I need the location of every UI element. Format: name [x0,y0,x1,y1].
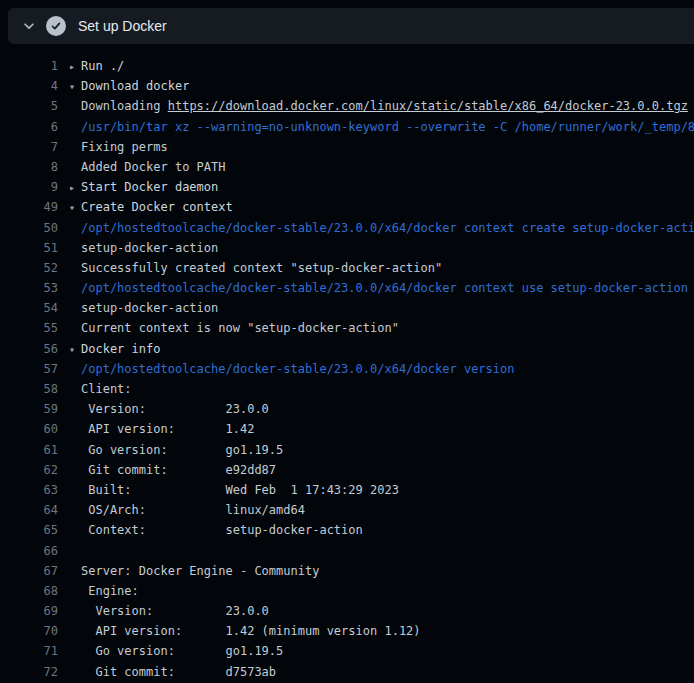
line-number[interactable]: 7 [0,137,58,157]
toggle-slot: ▸ [58,177,81,197]
line-number[interactable]: 62 [0,460,58,480]
line-number[interactable]: 53 [0,278,58,298]
log-group-row[interactable]: 56 ▾ Docker info [0,339,694,359]
line-number[interactable]: 60 [0,419,58,439]
line-number[interactable]: 1 [0,56,58,76]
line-number[interactable]: 58 [0,379,58,399]
log-group-row[interactable]: 49 ▾ Create Docker context [0,197,694,217]
log-text: Engine: [81,581,139,601]
triangle-right-icon[interactable]: ▸ [69,182,75,193]
log-group-title[interactable]: Download docker [81,76,189,96]
line-number[interactable]: 6 [0,117,58,137]
log-text: Version: 23.0.0 [81,601,269,621]
line-number[interactable]: 5 [0,96,58,116]
triangle-down-icon[interactable]: ▾ [69,344,75,355]
log-line: 60 API version: 1.42 [0,419,694,439]
log-command: /opt/hostedtoolcache/docker-stable/23.0.… [81,278,688,298]
line-number[interactable]: 50 [0,218,58,238]
download-url-link[interactable]: https://download.docker.com/linux/static… [168,99,688,113]
log-group-row[interactable]: 4 ▾ Download docker [0,76,694,96]
log-line: 61 Go version: go1.19.5 [0,440,694,460]
log-group-title[interactable]: Docker info [81,339,160,359]
log-line: 51 setup-docker-action [0,238,694,258]
line-number[interactable]: 54 [0,298,58,318]
chevron-down-icon[interactable] [21,18,37,34]
log-group-title[interactable]: Run ./ [81,56,124,76]
log-line: 54 setup-docker-action [0,298,694,318]
log-line: 71 Go version: go1.19.5 [0,641,694,661]
step-header[interactable]: Set up Docker [8,8,694,44]
triangle-down-icon[interactable]: ▾ [69,202,75,213]
log-text: Fixing perms [81,137,168,157]
line-number[interactable]: 66 [0,541,58,561]
toggle-slot [58,298,81,318]
log-text: Go version: go1.19.5 [81,440,283,460]
line-number[interactable]: 65 [0,520,58,540]
triangle-right-icon[interactable]: ▸ [69,61,75,72]
log-group-title[interactable]: Create Docker context [81,197,233,217]
log-line: 7 Fixing perms [0,137,694,157]
line-number[interactable]: 4 [0,76,58,96]
log-line: 72 Git commit: d7573ab [0,662,694,682]
line-number[interactable]: 69 [0,601,58,621]
line-number[interactable]: 64 [0,500,58,520]
log-line: 66 [0,541,694,561]
toggle-slot [58,621,81,641]
check-circle-icon [46,16,66,36]
log-text: Successfully created context "setup-dock… [81,258,442,278]
toggle-slot [58,359,81,379]
log-command: /opt/hostedtoolcache/docker-stable/23.0.… [81,218,694,238]
toggle-slot [58,379,81,399]
log-text: API version: 1.42 [81,419,254,439]
line-number[interactable]: 68 [0,581,58,601]
line-number[interactable]: 71 [0,641,58,661]
log-group-title[interactable]: Start Docker daemon [81,177,218,197]
line-number[interactable]: 9 [0,177,58,197]
toggle-slot: ▸ [58,56,81,76]
line-number[interactable]: 61 [0,440,58,460]
log-text: API version: 1.42 (minimum version 1.12) [81,621,421,641]
toggle-slot [58,218,81,238]
step-title: Set up Docker [78,18,167,34]
log-text: Context: setup-docker-action [81,520,363,540]
log-line: 6 /usr/bin/tar xz --warning=no-unknown-k… [0,117,694,137]
log-text: Client: [81,379,132,399]
triangle-down-icon[interactable]: ▾ [69,81,75,92]
log-line: 8 Added Docker to PATH [0,157,694,177]
log-line: 52 Successfully created context "setup-d… [0,258,694,278]
log-text: Git commit: e92dd87 [81,460,276,480]
line-number[interactable]: 51 [0,238,58,258]
log-group-row[interactable]: 1 ▸ Run ./ [0,56,694,76]
line-number[interactable]: 52 [0,258,58,278]
log-line: 69 Version: 23.0.0 [0,601,694,621]
line-number[interactable]: 56 [0,339,58,359]
line-number[interactable]: 72 [0,662,58,682]
log-line: 62 Git commit: e92dd87 [0,460,694,480]
log-text: Version: 23.0.0 [81,399,269,419]
log-line: 53 /opt/hostedtoolcache/docker-stable/23… [0,278,694,298]
toggle-slot [58,641,81,661]
line-number[interactable]: 49 [0,197,58,217]
toggle-slot [58,520,81,540]
toggle-slot [58,117,81,137]
log-line: 67 Server: Docker Engine - Community [0,561,694,581]
line-number[interactable]: 67 [0,561,58,581]
line-number[interactable]: 8 [0,157,58,177]
log-text: setup-docker-action [81,298,218,318]
line-number[interactable]: 63 [0,480,58,500]
toggle-slot [58,157,81,177]
line-number[interactable]: 70 [0,621,58,641]
log-panel: 1 ▸ Run ./ 4 ▾ Download docker 5 Downloa… [0,44,694,682]
toggle-slot: ▾ [58,197,81,217]
log-line: 5 Downloading https://download.docker.co… [0,96,694,116]
log-text: setup-docker-action [81,238,218,258]
log-text: Added Docker to PATH [81,157,226,177]
toggle-slot [58,460,81,480]
line-number[interactable]: 55 [0,318,58,338]
line-number[interactable]: 57 [0,359,58,379]
toggle-slot [58,500,81,520]
log-command: /usr/bin/tar xz --warning=no-unknown-key… [81,117,694,137]
log-group-row[interactable]: 9 ▸ Start Docker daemon [0,177,694,197]
log-text: Go version: go1.19.5 [81,641,283,661]
line-number[interactable]: 59 [0,399,58,419]
